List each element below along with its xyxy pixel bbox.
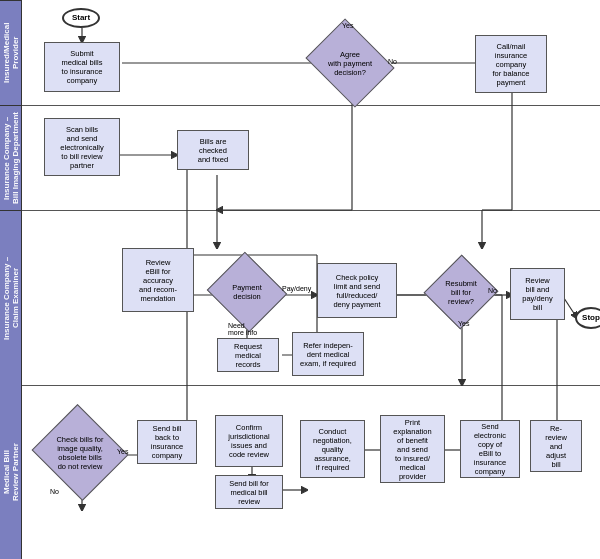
divider-1 — [22, 105, 600, 106]
lane3-label: Insurance Company –Claim Examiner — [0, 210, 21, 385]
no-label-agree: No — [388, 58, 397, 65]
lane1-label: Insured/MedicalProvider — [0, 0, 21, 105]
check-image-diamond: Check bills forimage quality,obsolete bi… — [44, 420, 116, 485]
review-bill-shape: Reviewbill andpay/denybill — [510, 268, 565, 320]
stop-terminal: Stop — [575, 307, 600, 329]
diagram-container: Insured/MedicalProvider Insurance Compan… — [0, 0, 600, 559]
submit-shape: Submitmedical billsto insurancecompany — [44, 42, 120, 92]
send-medical-bill-shape: Send bill formedical billreview — [215, 475, 283, 509]
refer-independent-shape: Refer indepen-dent medicalexam, if requi… — [292, 332, 364, 376]
send-electronic-shape: Sendelectroniccopy ofeBill toinsuranceco… — [460, 420, 520, 478]
divider-3 — [22, 385, 600, 386]
pay-deny-label: Pay/deny — [282, 285, 311, 292]
need-more-label: Needmore info — [228, 322, 257, 336]
resubmit-diamond: Resubmitbill forreview? — [435, 265, 487, 319]
lane2-label: Insurance Company –Bill Imaging Departme… — [0, 105, 21, 210]
start-terminal: Start — [62, 8, 100, 28]
print-explanation-shape: Printexplanationof benefitand sendto ins… — [380, 415, 445, 483]
rereview-shape: Re-reviewandadjustbill — [530, 420, 582, 472]
divider-2 — [22, 210, 600, 211]
review-ebill-shape: RevieweBill foraccuracyand recom-mendati… — [122, 248, 194, 312]
no-label-checkimage: No — [50, 488, 59, 495]
no-label-resubmit: No — [488, 287, 497, 294]
bills-checked-shape: Bills arecheckedand fixed — [177, 130, 249, 170]
scan-shape: Scan billsand sendelectronicallyto bill … — [44, 118, 120, 176]
payment-decision-diamond: Paymentdecision — [217, 265, 277, 319]
yes-label-resubmit: Yes — [458, 320, 469, 327]
conduct-negotiation-shape: Conductnegotiation,qualityassurance,if r… — [300, 420, 365, 478]
agree-diamond: Agreewith paymentdecision? — [315, 35, 385, 91]
request-records-shape: Requestmedicalrecords — [217, 338, 279, 372]
callmail-shape: Call/mailinsurancecompanyfor balancepaym… — [475, 35, 547, 93]
check-policy-shape: Check policylimit and sendfull/reduced/d… — [317, 263, 397, 318]
yes-label-agree: Yes — [342, 22, 353, 29]
send-back-shape: Send billback toinsurancecompany — [137, 420, 197, 464]
diagram-main: Start Submitmedical billsto insurancecom… — [22, 0, 600, 559]
lane4-label: Medical BillReview Partner — [0, 385, 21, 559]
yes-label-checkimage: Yes — [117, 448, 128, 455]
lane-labels: Insured/MedicalProvider Insurance Compan… — [0, 0, 22, 559]
confirm-jurisdictional-shape: Confirmjurisdictionalissues andcode revi… — [215, 415, 283, 467]
